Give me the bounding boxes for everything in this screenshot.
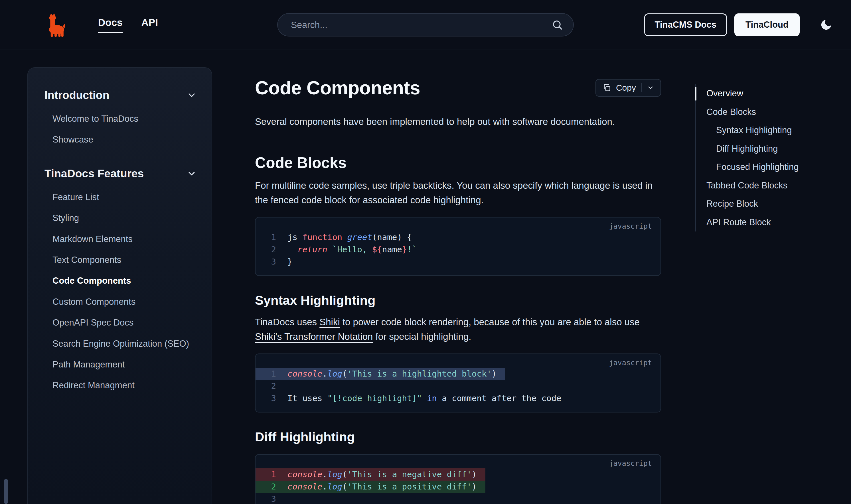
primary-nav: Docs API <box>98 17 158 33</box>
toc-list: OverviewCode BlocksSyntax HighlightingDi… <box>695 84 844 232</box>
line-number: 2 <box>266 380 276 392</box>
sidebar-item[interactable]: Showcase <box>45 129 197 150</box>
code-line: 3 <box>255 493 296 504</box>
code-line: 1console.log('This is a negative diff') <box>255 468 485 481</box>
chevron-down-icon <box>647 84 654 91</box>
nav-tab-docs[interactable]: Docs <box>98 17 123 33</box>
paragraph-text: to power code block rendering, because o… <box>340 317 640 327</box>
code-line: 2console.log('This is a positive diff') <box>255 481 485 493</box>
code-language-label: javascript <box>609 459 652 468</box>
sidebar-section: IntroductionWelcome to TinaDocsShowcase <box>45 87 197 150</box>
sidebar-item[interactable]: Path Management <box>45 354 197 375</box>
code-body: 1js function greet(name) {2 return `Hell… <box>255 217 660 275</box>
heading-code-blocks: Code Blocks <box>255 154 661 171</box>
code-blocks-paragraph: For multiline code samples, use triple b… <box>255 178 661 207</box>
code-line: 2 return `Hello, ${name}!` <box>255 244 425 256</box>
code-body: 1console.log('This is a negative diff')2… <box>255 455 660 504</box>
main-content: Code Components Copy Several components … <box>255 50 661 504</box>
title-row: Code Components Copy <box>255 77 661 98</box>
line-number: 2 <box>266 481 276 493</box>
line-number: 1 <box>266 231 276 244</box>
sidebar-item[interactable]: Search Engine Optimization (SEO) <box>45 333 197 354</box>
sidebar-item[interactable]: Custom Components <box>45 291 197 312</box>
sidebar-item[interactable]: OpenAPI Spec Docs <box>45 312 197 333</box>
sidebar-item-list: Feature ListStylingMarkdown ElementsText… <box>45 187 197 396</box>
copy-button-divider <box>641 83 642 92</box>
code-line: 2 <box>255 380 296 392</box>
heading-syntax-highlighting: Syntax Highlighting <box>255 293 661 308</box>
toc-item[interactable]: Tabbed Code Blocks <box>706 177 844 195</box>
toc-item[interactable]: Overview <box>706 84 844 103</box>
line-number: 3 <box>266 392 276 404</box>
dark-mode-toggle[interactable] <box>820 18 833 31</box>
code-line: 1console.log('This is a highlighted bloc… <box>255 368 505 380</box>
sidebar-nav: IntroductionWelcome to TinaDocsShowcaseT… <box>45 87 197 396</box>
doc-link[interactable]: Shiki <box>319 317 340 327</box>
chevron-down-icon <box>187 90 197 100</box>
sidebar: IntroductionWelcome to TinaDocsShowcaseT… <box>28 67 212 504</box>
tina-llama-logo[interactable] <box>46 12 65 38</box>
toc-item[interactable]: Syntax Highlighting <box>706 121 844 140</box>
sidebar-section-title: TinaDocs Features <box>45 167 144 180</box>
line-number: 3 <box>266 493 276 504</box>
line-number: 1 <box>266 368 276 380</box>
line-number: 3 <box>266 256 276 268</box>
sidebar-item[interactable]: Text Components <box>45 249 197 270</box>
toc-item[interactable]: Recipe Block <box>706 195 844 213</box>
paragraph-text: for special highlighting. <box>373 331 471 342</box>
code-line: 3It uses "[!code highlight]" in a commen… <box>255 392 570 404</box>
nav-tab-api[interactable]: API <box>141 17 158 33</box>
top-navbar: Docs API TinaCMS Docs TinaCloud <box>0 0 851 50</box>
intro-paragraph: Several components have been implemented… <box>255 114 661 129</box>
search-input[interactable] <box>277 13 574 36</box>
sidebar-section-header[interactable]: TinaDocs Features <box>45 165 197 182</box>
sidebar-item[interactable]: Feature List <box>45 187 197 208</box>
toc-item[interactable]: Focused Highlighting <box>706 158 844 177</box>
code-language-label: javascript <box>609 359 652 367</box>
sidebar-item[interactable]: Welcome to TinaDocs <box>45 108 197 129</box>
toc-item[interactable]: API Route Block <box>706 213 844 232</box>
copy-icon <box>602 83 611 92</box>
sidebar-section-title: Introduction <box>45 89 109 102</box>
search-bar <box>277 13 574 36</box>
page-layout: IntroductionWelcome to TinaDocsShowcaseT… <box>0 50 851 504</box>
doc-link[interactable]: Shiki's Transformer Notation <box>255 331 373 342</box>
code-block-diff: javascript 1console.log('This is a negat… <box>255 454 661 504</box>
line-number: 1 <box>266 468 276 481</box>
sidebar-section-header[interactable]: Introduction <box>45 87 197 104</box>
copy-button[interactable]: Copy <box>596 79 661 97</box>
search-icon[interactable] <box>552 19 563 31</box>
code-body: 1console.log('This is a highlighted bloc… <box>255 354 660 412</box>
tinacloud-button[interactable]: TinaCloud <box>734 13 800 36</box>
code-line: 1js function greet(name) { <box>255 231 421 244</box>
copy-button-label: Copy <box>616 83 636 93</box>
code-block-syntax: javascript 1console.log('This is a highl… <box>255 354 661 413</box>
sidebar-section: TinaDocs FeaturesFeature ListStylingMark… <box>45 165 197 396</box>
scrollbar-thumb[interactable] <box>4 479 8 504</box>
sidebar-item-list: Welcome to TinaDocsShowcase <box>45 108 197 150</box>
paragraph-text: TinaDocs uses <box>255 317 319 327</box>
sidebar-item[interactable]: Code Components <box>45 270 197 291</box>
line-number: 2 <box>266 244 276 256</box>
syntax-paragraph: TinaDocs uses Shiki to power code block … <box>255 315 661 344</box>
sidebar-item[interactable]: Styling <box>45 208 197 228</box>
page-title: Code Components <box>255 77 420 98</box>
sidebar-item[interactable]: Markdown Elements <box>45 229 197 249</box>
tinacms-docs-button[interactable]: TinaCMS Docs <box>644 13 727 36</box>
table-of-contents: OverviewCode BlocksSyntax HighlightingDi… <box>695 84 844 232</box>
code-block-greet: javascript 1js function greet(name) {2 r… <box>255 217 661 276</box>
navbar-actions: TinaCMS Docs TinaCloud <box>644 13 833 36</box>
heading-diff-highlighting: Diff Highlighting <box>255 430 661 445</box>
code-line: 3} <box>255 256 301 268</box>
sidebar-item[interactable]: Redirect Managment <box>45 375 197 396</box>
toc-item[interactable]: Code Blocks <box>706 103 844 122</box>
moon-icon <box>820 18 833 31</box>
toc-item[interactable]: Diff Highlighting <box>706 140 844 158</box>
code-language-label: javascript <box>609 222 652 230</box>
chevron-down-icon <box>187 168 197 179</box>
